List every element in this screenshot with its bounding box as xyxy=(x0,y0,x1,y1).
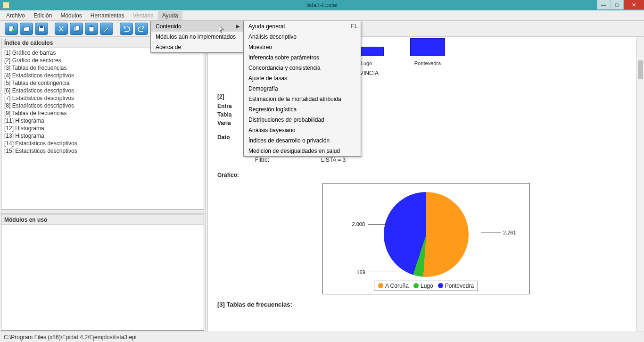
toolbar-undo-icon[interactable] xyxy=(120,23,133,35)
status-bar: C:\Program Files (x86)\Epidat 4.2\Ejempl… xyxy=(0,332,644,342)
panel-calculos: Índice de cálculos [1] Gráfico de barras… xyxy=(1,38,204,210)
panel-modulos: Módulos en uso xyxy=(1,215,204,331)
section-3-heading: [3] Tablas de frecuencias: xyxy=(217,301,635,308)
modulos-body xyxy=(1,225,204,330)
toolbar-cut-icon[interactable] xyxy=(55,23,68,35)
bar-pontevedra xyxy=(411,39,445,56)
accel-label: F1 xyxy=(351,23,357,29)
pie-callout-lugo: 169 xyxy=(357,269,365,275)
minimize-button[interactable]: — xyxy=(597,0,610,9)
menu-edicion[interactable]: Edición xyxy=(29,11,56,20)
calc-item[interactable]: [2] Gráfico de sectores xyxy=(3,57,202,64)
window-controls: — □ ✕ xyxy=(597,0,644,9)
calc-item[interactable]: [7] Estadísticos descriptivos xyxy=(3,94,202,102)
calc-item[interactable]: [14] Estadísticos descriptivos xyxy=(3,140,202,147)
toolbar-edit-icon[interactable] xyxy=(100,23,113,35)
pie-legend: A Coruña Lugo Pontevedra xyxy=(374,281,478,291)
menu-modulos[interactable]: Módulos xyxy=(56,11,86,20)
contenido-submenu-item[interactable]: Ayuda generalF1 xyxy=(244,21,361,32)
calc-item[interactable]: [13] Histograma xyxy=(3,132,202,140)
submenu-arrow-icon: ▶ xyxy=(236,24,240,29)
contenido-submenu-item[interactable]: Regresión logística xyxy=(244,104,361,115)
toolbar-save-icon[interactable] xyxy=(35,23,48,35)
contenido-submenu-item[interactable]: Distribuciones de probabilidad xyxy=(244,115,361,125)
pie-chart-frame: 2.261 2.000 169 A Coruña Lugo Pontevedra xyxy=(322,183,530,294)
pie-line-bottom xyxy=(367,272,409,272)
contenido-submenu-item[interactable]: Muestreo xyxy=(244,42,361,52)
horizontal-splitter[interactable] xyxy=(0,211,205,214)
pie-line-right xyxy=(481,233,501,233)
calc-item[interactable]: [9] Tablas de frecuencias xyxy=(3,109,202,117)
scrollbar-thumb[interactable] xyxy=(638,60,643,79)
legend-acoruna: A Coruña xyxy=(378,283,409,289)
menu-archivo[interactable]: Archivo xyxy=(2,11,29,20)
calc-item[interactable]: [15] Estadísticos descriptivos xyxy=(3,147,202,155)
contenido-submenu-item[interactable]: Análisis bayesiano xyxy=(244,125,361,135)
calc-item[interactable]: [3] Tablas de frecuencias xyxy=(3,64,202,72)
bar-chart-fragment: Lugo Pontevedra xyxy=(340,37,625,75)
contenido-submenu-item[interactable]: Análisis descriptivo xyxy=(244,32,361,42)
help-menu-contenido[interactable]: Contenido ▶ xyxy=(151,21,243,32)
svg-rect-5 xyxy=(75,25,79,30)
menu-herramientas[interactable]: Herramientas xyxy=(86,11,129,20)
help-menu-popup: Contenido ▶ Módulos aún no implementados… xyxy=(150,21,243,53)
svg-rect-6 xyxy=(89,26,94,32)
calc-item[interactable]: [12] Histograma xyxy=(3,125,202,132)
close-button[interactable]: ✕ xyxy=(623,0,644,9)
toolbar-open-icon[interactable] xyxy=(20,23,33,35)
label-varia: Varia xyxy=(217,119,231,127)
contenido-submenu-item[interactable]: Inferencia sobre parámetros xyxy=(244,52,361,63)
svg-rect-3 xyxy=(40,26,43,28)
contenido-submenu-item[interactable]: Estimacion de la mortalidad atribuida xyxy=(244,94,361,104)
toolbar-paste-icon[interactable] xyxy=(85,23,98,35)
status-path: C:\Program Files (x86)\Epidat 4.2\Ejempl… xyxy=(4,334,136,341)
contenido-submenu-item[interactable]: Concordancia y consistencia xyxy=(244,63,361,73)
maximize-button[interactable]: □ xyxy=(610,0,623,9)
grafico-label: Gráfico: xyxy=(217,172,635,178)
window-title: lista3-Epidat xyxy=(306,2,338,8)
calc-list[interactable]: [1] Gráfico de barras[2] Gráfico de sect… xyxy=(1,48,204,209)
pie-chart xyxy=(384,192,469,277)
toolbar-redo-icon[interactable] xyxy=(135,23,148,35)
contenido-submenu-item[interactable]: Demografía xyxy=(244,83,361,94)
calc-item[interactable]: [6] Estadísticos descriptivos xyxy=(3,87,202,94)
menu-ventana[interactable]: Ventana xyxy=(129,11,158,20)
filter-val: LISTA = 3 xyxy=(321,157,346,163)
left-column: Índice de cálculos [1] Gráfico de barras… xyxy=(0,37,205,332)
contenido-submenu: Ayuda generalF1Análisis descriptivoMuest… xyxy=(243,21,361,157)
app-icon xyxy=(3,2,9,8)
calc-item[interactable]: [5] Tablas de contingencia xyxy=(3,79,202,87)
calc-item[interactable]: [8] Estadísticos descriptivos xyxy=(3,102,202,109)
bar-label-pontevedra: Pontevedra xyxy=(414,60,441,66)
legend-lugo: Lugo xyxy=(413,283,433,289)
menu-ayuda[interactable]: Ayuda xyxy=(158,11,182,20)
menu-bar: Archivo Edición Módulos Herramientas Ven… xyxy=(0,10,644,21)
title-bar: lista3-Epidat — □ ✕ xyxy=(0,0,644,10)
contenido-submenu-item[interactable]: Ajuste de tasas xyxy=(244,73,361,83)
help-menu-acerca-de[interactable]: Acerca de xyxy=(151,42,243,52)
results-scrollbar[interactable] xyxy=(636,37,644,332)
svg-rect-7 xyxy=(91,25,92,27)
toolbar-copy-icon[interactable] xyxy=(70,23,83,35)
label-tabla: Tabla xyxy=(217,110,231,119)
help-menu-modulos-no-impl[interactable]: Módulos aún no implementados xyxy=(151,32,243,42)
panel-modulos-title: Módulos en uso xyxy=(1,215,204,225)
pie-line-left xyxy=(368,224,387,225)
label-entra: Entra xyxy=(217,102,232,110)
filter-key: Filtro: xyxy=(255,157,316,163)
pie-callout-acoruna: 2.261 xyxy=(503,230,516,235)
calc-item[interactable]: [11] Histograma xyxy=(3,117,202,125)
cursor-icon xyxy=(219,25,224,34)
contenido-submenu-item[interactable]: Índices de desarrollo o privación xyxy=(244,135,361,146)
calc-item[interactable]: [4] Estadísticos descriptivos xyxy=(3,72,202,79)
bar-label-lugo: Lugo xyxy=(361,60,372,66)
pie-callout-pontevedra: 2.000 xyxy=(352,221,365,227)
toolbar-new-icon[interactable] xyxy=(5,23,18,35)
contenido-submenu-item[interactable]: Medición de desigualdades en salud xyxy=(244,146,361,156)
legend-pontevedra: Pontevedra xyxy=(438,283,474,289)
